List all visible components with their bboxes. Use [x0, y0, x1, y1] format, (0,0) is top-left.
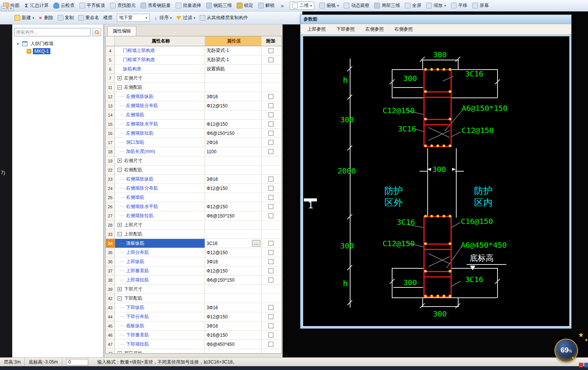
property-name-cell[interactable]: +右侧尺寸	[115, 156, 205, 165]
toolbar-button-batch-select[interactable]: 批量选择	[176, 2, 201, 9]
property-row[interactable]: 24右侧墙肢分布筋Φ12@150	[106, 184, 281, 193]
attach-checkbox[interactable]	[268, 342, 273, 347]
property-row[interactable]: 17洞口加筋2Φ16	[106, 138, 281, 147]
attach-checkbox[interactable]	[268, 314, 273, 319]
property-row[interactable]: 27右侧墙肢拉筋Φ6@150*150	[106, 211, 281, 221]
property-row[interactable]: 13左侧墙肢分布筋Φ12@150	[106, 101, 281, 110]
reference-tab-1[interactable]: 下部参照	[336, 26, 355, 32]
attach-checkbox[interactable]	[268, 305, 273, 310]
expand-plus-icon[interactable]: +	[118, 159, 122, 163]
property-value-cell[interactable]: Φ6@450*450	[205, 340, 262, 349]
search-button[interactable]	[92, 28, 101, 36]
property-row[interactable]: 16左侧墙肢拉筋Φ6@150*150	[106, 129, 281, 138]
property-row[interactable]: 18加筋长度(mm)1100	[106, 147, 281, 156]
property-name-cell[interactable]: 门框墙上部构造	[115, 46, 205, 55]
property-value-cell[interactable]: 3Φ16	[205, 303, 262, 312]
progress-ball[interactable]: 69% ▲	[554, 339, 578, 362]
property-row[interactable]: 46下部垂直筋Φ16@150	[106, 331, 281, 340]
attach-checkbox[interactable]	[268, 177, 273, 182]
attach-checkbox[interactable]	[268, 333, 273, 338]
toolbar-button-view-2d[interactable]: 二维▾	[290, 2, 314, 10]
attach-checkbox[interactable]	[268, 131, 273, 136]
property-name-cell[interactable]: 左侧墙筋	[115, 110, 205, 119]
property-value-cell[interactable]: Φ12@150	[205, 120, 262, 128]
property-value-cell[interactable]: 无卧梁式-1	[205, 55, 262, 64]
property-name-cell[interactable]: 右侧墙肢水平筋	[115, 202, 205, 211]
property-value-cell[interactable]: Φ12@150	[205, 248, 262, 257]
property-row[interactable]: 26右侧墙肢水平筋Φ12@150	[106, 202, 281, 211]
reference-tab-3[interactable]: 右侧参照	[394, 26, 413, 32]
property-row[interactable]: 5门框墙下部构造无卧梁式-1	[106, 55, 281, 65]
collapse-minus-icon[interactable]: −	[118, 232, 122, 236]
property-name-cell[interactable]: 左侧墙肢纵筋	[115, 92, 205, 101]
ellipsis-button[interactable]: …	[252, 240, 260, 247]
property-row[interactable]: 43下部纵筋3Φ16	[106, 303, 281, 312]
property-row[interactable]: 36上部纵筋3Φ16	[106, 257, 281, 266]
property-row[interactable]: 15左侧墙肢水平筋Φ12@150	[106, 120, 281, 129]
property-name-cell[interactable]: −下部配筋	[115, 294, 205, 303]
collapse-minus-icon[interactable]: −	[118, 168, 122, 172]
attach-checkbox[interactable]	[268, 186, 273, 191]
property-value-cell[interactable]: 无卧梁式-1	[205, 46, 262, 55]
property-value-cell[interactable]	[205, 74, 262, 83]
toolbar-button-pan[interactable]: 平移	[451, 2, 467, 9]
toolbar-overflow-chevron[interactable]: »	[281, 2, 284, 9]
expand-plus-icon[interactable]: +	[118, 76, 122, 80]
property-row[interactable]: 45底板纵筋3Φ16	[106, 321, 281, 331]
toolbar-button-fullscreen[interactable]: 全屏	[405, 2, 421, 9]
property-name-cell[interactable]: 加筋长度(mm)	[115, 147, 205, 156]
property-name-cell[interactable]: −右侧配筋	[115, 166, 205, 174]
collapse-minus-icon[interactable]: −	[118, 296, 122, 300]
property-name-cell[interactable]: 洞口加筋	[115, 138, 205, 147]
property-value-cell[interactable]	[205, 193, 262, 202]
property-name-cell[interactable]: 右侧墙肢拉筋	[115, 211, 205, 220]
close-panel-button[interactable]: ×	[8, 6, 14, 11]
parameter-diagram-canvas[interactable]: 3003C16300hC12@150A6@150*1503003C16C12@1…	[303, 36, 569, 326]
property-row[interactable]: 48+其它属性	[106, 349, 281, 353]
property-name-cell[interactable]: +上部尺寸	[115, 221, 205, 229]
property-name-cell[interactable]: +下部尺寸	[115, 285, 205, 294]
property-name-cell[interactable]: −上部配筋	[115, 230, 205, 239]
property-value-cell[interactable]: Φ12@150	[205, 101, 262, 110]
property-name-cell[interactable]: 下部纵筋	[115, 303, 205, 312]
property-row[interactable]: 37上部垂直筋Φ12@150	[106, 266, 281, 276]
property-value-cell[interactable]: 3Φ16	[205, 257, 262, 266]
property-name-cell[interactable]: 下部墙拉筋	[115, 340, 205, 349]
property-value-cell[interactable]	[205, 221, 262, 229]
attach-checkbox[interactable]	[268, 94, 273, 99]
property-value-cell[interactable]: Φ12@150	[205, 312, 262, 321]
toolbar-button-align-slab-top[interactable]: 平齐板顶	[79, 2, 105, 9]
property-value-cell[interactable]: 3Φ16	[205, 175, 262, 183]
property-row[interactable]: 4门框墙上部构造无卧梁式-1	[106, 46, 281, 55]
attach-checkbox[interactable]	[268, 48, 273, 53]
property-name-cell[interactable]: 纵筋构造	[115, 65, 205, 73]
toolbar-button-screen[interactable]: 屏幕	[472, 2, 489, 9]
toolbar-button-delete[interactable]: ×删除	[39, 15, 53, 21]
property-name-cell[interactable]: 底板纵筋	[115, 321, 205, 330]
expand-plus-icon[interactable]: +	[118, 351, 122, 353]
attach-checkbox[interactable]	[268, 323, 273, 328]
property-row[interactable]: 25右侧墙筋	[106, 193, 281, 202]
property-name-cell[interactable]: 上部垂直筋	[115, 266, 205, 275]
property-name-cell[interactable]: 左侧墙肢拉筋	[115, 129, 205, 138]
status-value-field[interactable]: 0	[66, 359, 88, 365]
tree-expander-icon[interactable]: ▾	[17, 42, 21, 46]
property-value-cell[interactable]: 设置插筋	[205, 65, 262, 73]
property-name-cell[interactable]: 左侧墙肢水平筋	[115, 120, 205, 128]
property-value-cell[interactable]	[205, 294, 262, 303]
property-row[interactable]: 14左侧墙筋	[106, 110, 281, 120]
attach-checkbox[interactable]	[268, 195, 273, 200]
toolbar-button-copy-from-floor[interactable]: 从其他楼层复制构件	[200, 15, 248, 21]
expand-plus-icon[interactable]: +	[118, 287, 122, 291]
property-row[interactable]: 39+下部尺寸	[106, 285, 281, 294]
property-name-cell[interactable]: 右侧墙肢分布筋	[115, 184, 205, 193]
property-value-cell[interactable]	[205, 110, 262, 119]
property-row[interactable]: 47下部墙拉筋Φ6@450*450	[106, 340, 281, 349]
toolbar-button-filter[interactable]: 过滤▾	[176, 15, 195, 21]
property-name-cell[interactable]: 上部墙拉筋	[115, 276, 205, 284]
toolbar-button-find-element[interactable]: 查找图元	[110, 2, 136, 9]
toolbar-button-zoom[interactable]: 缩放▾	[426, 2, 446, 9]
reference-tab-2[interactable]: 左侧参照	[365, 26, 384, 32]
attach-checkbox[interactable]	[268, 140, 273, 145]
property-row[interactable]: 35上部分布筋Φ12@150	[106, 248, 281, 257]
